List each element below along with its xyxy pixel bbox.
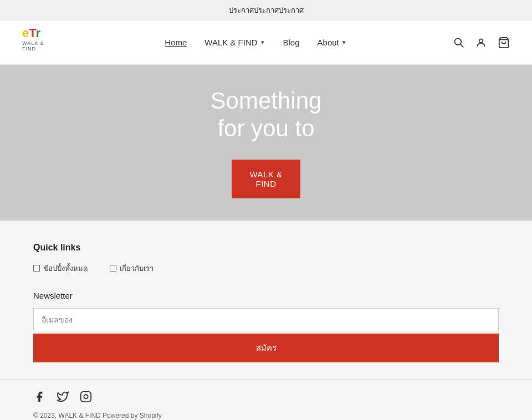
svg-point-2 xyxy=(479,39,483,43)
svg-rect-4 xyxy=(81,392,91,402)
twitter-icon[interactable] xyxy=(57,391,69,406)
subscribe-button[interactable]: สมัคร xyxy=(33,334,499,362)
cart-button[interactable] xyxy=(498,37,510,49)
checkbox-icon-1 xyxy=(33,265,40,272)
newsletter-section: Newsletter สมัคร xyxy=(33,291,499,362)
header-icons xyxy=(453,37,510,49)
logo-sub: WALK & FIND xyxy=(22,40,58,52)
quick-links-list: ช้อปปิ้งทั้งหมด เกี่ยวกับเรา xyxy=(33,263,499,274)
walk-find-cta-button[interactable]: WALK &FIND xyxy=(232,160,300,198)
social-footer: © 2023, WALK & FIND Powered by Shopify xyxy=(0,379,532,420)
main-nav: Home WALK & FIND ▼ Blog About ▼ xyxy=(165,38,346,47)
svg-point-0 xyxy=(454,38,461,45)
search-icon xyxy=(453,37,464,48)
logo-r: r xyxy=(35,26,40,40)
hero-title: Something for you to xyxy=(211,87,322,143)
footer-copyright: © 2023, WALK & FIND Powered by Shopify xyxy=(33,412,499,419)
footer: Quick links ช้อปปิ้งทั้งหมด เกี่ยวกับเรา… xyxy=(0,221,532,379)
nav-walk-find[interactable]: WALK & FIND ▼ xyxy=(204,38,265,47)
log-button[interactable] xyxy=(475,37,487,48)
quick-link-2[interactable]: เกี่ยวกับเรา xyxy=(110,263,154,274)
quick-links-section: Quick links ช้อปปิ้งทั้งหมด เกี่ยวกับเรา xyxy=(33,243,499,274)
nav-about[interactable]: About ▼ xyxy=(318,38,347,47)
nav-blog[interactable]: Blog xyxy=(283,38,300,47)
walk-find-chevron-icon: ▼ xyxy=(260,39,265,45)
svg-line-1 xyxy=(461,44,463,47)
newsletter-title: Newsletter xyxy=(33,291,499,300)
logo[interactable]: eTr WALK & FIND xyxy=(22,27,58,58)
about-chevron-icon: ▼ xyxy=(341,39,347,45)
announcement-bar: ประกาศประกาศประกาศ xyxy=(0,0,532,21)
checkbox-icon-2 xyxy=(110,265,116,272)
email-input[interactable] xyxy=(33,308,499,331)
social-icons xyxy=(33,391,499,406)
header: eTr WALK & FIND Home WALK & FIND ▼ Blog … xyxy=(0,21,532,65)
quick-link-1[interactable]: ช้อปปิ้งทั้งหมด xyxy=(33,263,88,274)
search-button[interactable] xyxy=(453,37,464,48)
logo-t: T xyxy=(29,26,35,40)
logo-e: e xyxy=(22,26,29,40)
instagram-icon[interactable] xyxy=(80,391,92,406)
quick-links-title: Quick links xyxy=(33,243,499,253)
facebook-icon[interactable] xyxy=(33,391,45,406)
hero-section: Something for you to WALK &FIND xyxy=(0,65,532,221)
cart-icon xyxy=(498,37,510,49)
nav-home[interactable]: Home xyxy=(165,38,187,47)
person-icon xyxy=(475,37,487,48)
announcement-text: ประกาศประกาศประกาศ xyxy=(229,6,304,14)
